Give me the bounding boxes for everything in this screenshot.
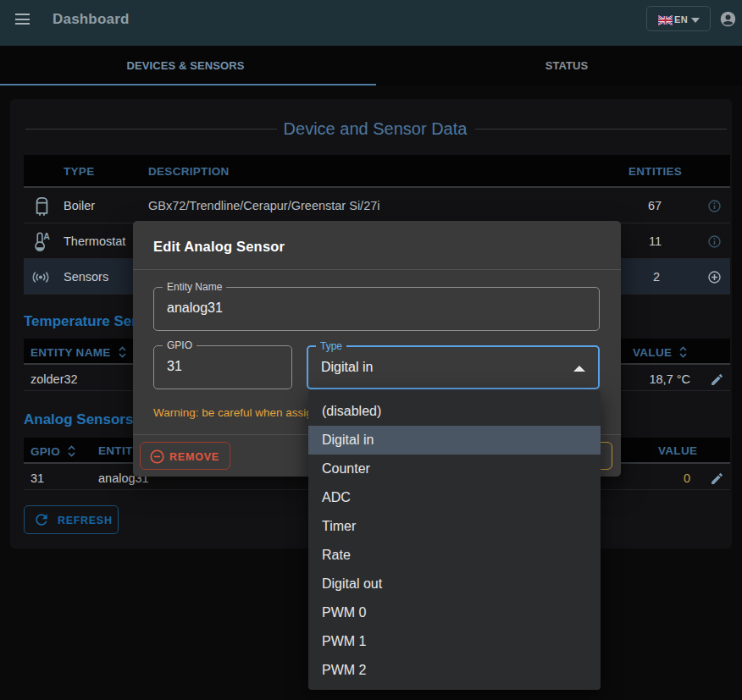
svg-text:A: A [43, 232, 50, 241]
